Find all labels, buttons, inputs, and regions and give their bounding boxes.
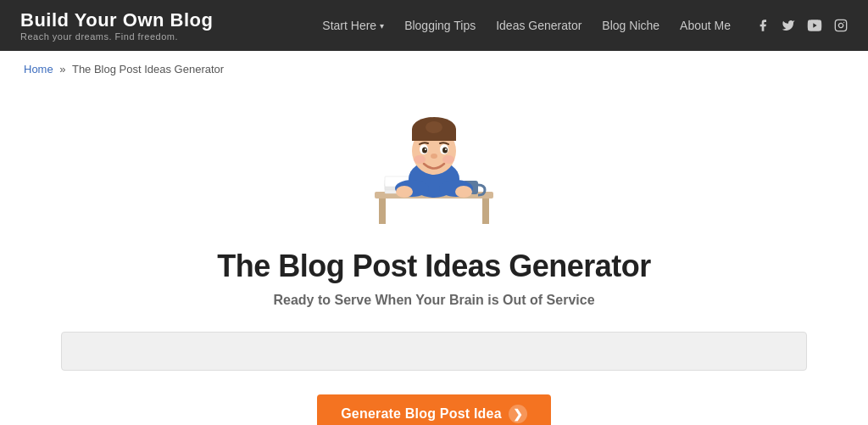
- svg-point-23: [431, 154, 437, 159]
- youtube-icon[interactable]: [807, 20, 822, 31]
- breadcrumb-home-link[interactable]: Home: [24, 63, 53, 75]
- nav-blogging-tips[interactable]: Blogging Tips: [396, 14, 484, 37]
- svg-point-19: [422, 147, 427, 153]
- svg-point-21: [425, 148, 426, 150]
- generate-arrow-icon: ❯: [509, 405, 527, 423]
- character-illustration: [358, 96, 510, 232]
- svg-point-25: [442, 155, 454, 164]
- svg-point-28: [396, 186, 413, 198]
- svg-rect-3: [379, 199, 386, 224]
- nav-start-here[interactable]: Start Here ▾: [314, 14, 392, 37]
- generate-button-label: Generate Blog Post Idea: [341, 406, 502, 422]
- facebook-icon[interactable]: [756, 19, 770, 32]
- input-container: [61, 332, 807, 371]
- breadcrumb: Home » The Blog Post Ideas Generator: [0, 51, 868, 87]
- svg-point-24: [414, 155, 426, 164]
- nav-blog-niche[interactable]: Blog Niche: [593, 14, 668, 37]
- svg-point-22: [445, 148, 447, 150]
- main-content: The Blog Post Ideas Generator Ready to S…: [0, 87, 868, 425]
- nav-about-me[interactable]: About Me: [671, 14, 739, 37]
- twitter-icon[interactable]: [782, 19, 795, 32]
- svg-point-16: [426, 121, 442, 133]
- breadcrumb-current: The Blog Post Ideas Generator: [72, 63, 224, 75]
- dropdown-arrow-icon: ▾: [380, 21, 384, 31]
- logo-title: Build Your Own Blog: [20, 9, 213, 31]
- social-icons-group: [756, 19, 848, 32]
- breadcrumb-separator: »: [59, 63, 65, 75]
- site-header: Build Your Own Blog Reach your dreams. F…: [0, 0, 868, 51]
- svg-point-29: [455, 186, 472, 198]
- page-title: The Blog Post Ideas Generator: [217, 249, 651, 284]
- logo-tagline: Reach your dreams. Find freedom.: [20, 31, 213, 42]
- logo[interactable]: Build Your Own Blog Reach your dreams. F…: [20, 9, 213, 42]
- svg-rect-4: [482, 199, 489, 224]
- page-subtitle: Ready to Serve When Your Brain is Out of…: [273, 293, 594, 308]
- svg-point-20: [442, 147, 448, 153]
- svg-rect-0: [835, 20, 846, 31]
- main-nav: Start Here ▾ Blogging Tips Ideas Generat…: [314, 14, 848, 37]
- nav-ideas-generator[interactable]: Ideas Generator: [487, 14, 590, 37]
- instagram-icon[interactable]: [834, 19, 848, 32]
- generate-button[interactable]: Generate Blog Post Idea ❯: [317, 394, 551, 425]
- blog-idea-input[interactable]: [62, 333, 806, 370]
